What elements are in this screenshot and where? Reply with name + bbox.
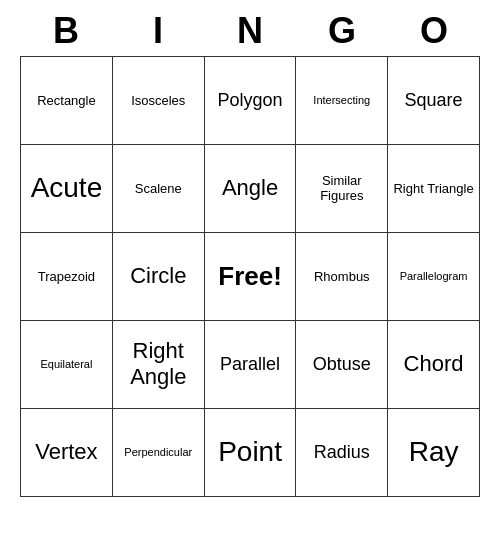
bingo-letter: N — [206, 10, 294, 52]
bingo-header: BINGO — [20, 10, 480, 52]
bingo-cell: Perpendicular — [112, 408, 204, 496]
bingo-cell: Point — [204, 408, 296, 496]
bingo-letter: O — [390, 10, 478, 52]
bingo-cell: Rhombus — [296, 232, 388, 320]
bingo-cell: Scalene — [112, 144, 204, 232]
bingo-cell: Chord — [388, 320, 480, 408]
bingo-cell: Parallelogram — [388, 232, 480, 320]
bingo-cell: Intersecting — [296, 56, 388, 144]
bingo-cell: Trapezoid — [21, 232, 113, 320]
bingo-cell: Similar Figures — [296, 144, 388, 232]
bingo-cell: Rectangle — [21, 56, 113, 144]
bingo-cell: Square — [388, 56, 480, 144]
bingo-cell: Free! — [204, 232, 296, 320]
bingo-cell: Radius — [296, 408, 388, 496]
bingo-cell: Isosceles — [112, 56, 204, 144]
table-row: TrapezoidCircleFree!RhombusParallelogram — [21, 232, 480, 320]
table-row: RectangleIsoscelesPolygonIntersectingSqu… — [21, 56, 480, 144]
bingo-cell: Ray — [388, 408, 480, 496]
bingo-cell: Vertex — [21, 408, 113, 496]
bingo-cell: Polygon — [204, 56, 296, 144]
table-row: EquilateralRight AngleParallelObtuseChor… — [21, 320, 480, 408]
bingo-cell: Right Triangle — [388, 144, 480, 232]
bingo-cell: Angle — [204, 144, 296, 232]
bingo-cell: Right Angle — [112, 320, 204, 408]
bingo-letter: G — [298, 10, 386, 52]
bingo-cell: Equilateral — [21, 320, 113, 408]
table-row: VertexPerpendicularPointRadiusRay — [21, 408, 480, 496]
bingo-table: RectangleIsoscelesPolygonIntersectingSqu… — [20, 56, 480, 497]
bingo-cell: Acute — [21, 144, 113, 232]
bingo-letter: I — [114, 10, 202, 52]
bingo-cell: Obtuse — [296, 320, 388, 408]
bingo-cell: Circle — [112, 232, 204, 320]
bingo-cell: Parallel — [204, 320, 296, 408]
bingo-letter: B — [22, 10, 110, 52]
table-row: AcuteScaleneAngleSimilar FiguresRight Tr… — [21, 144, 480, 232]
